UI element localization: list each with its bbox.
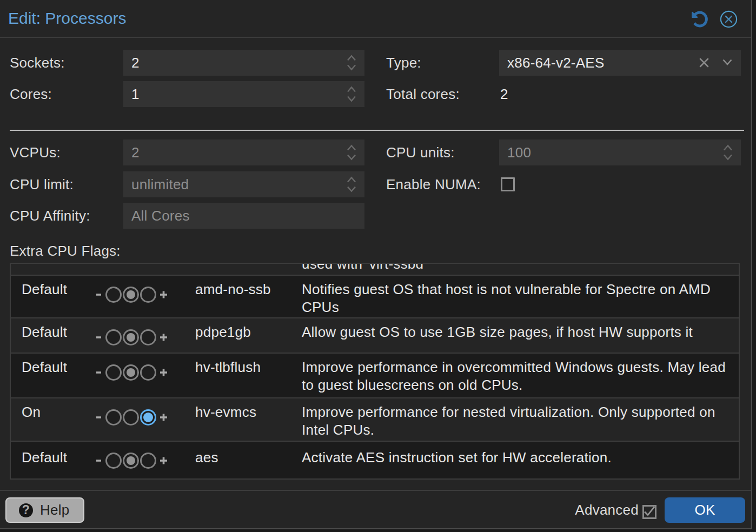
- cpu-units-field[interactable]: 100: [499, 139, 741, 165]
- flag-radio-off[interactable]: [105, 329, 122, 345]
- ok-button[interactable]: OK: [665, 497, 745, 523]
- flag-value: Default: [11, 354, 84, 376]
- dialog-header: Edit: Processors: [0, 0, 751, 38]
- flag-desc-clipped: used with 'virt-ssbd': [293, 264, 739, 273]
- slider-plus-label: [160, 409, 167, 425]
- slider-plus-label: [160, 329, 167, 345]
- flag-value: Default: [11, 442, 84, 467]
- flag-slider: [84, 329, 187, 345]
- slider-plus-label: [160, 453, 167, 469]
- cores-spinner[interactable]: [342, 86, 361, 102]
- flag-slider: [84, 287, 187, 303]
- enable-numa-label: Enable NUMA:: [386, 171, 481, 197]
- cpu-flags-grid: used with 'virt-ssbd' Defaultamd-no-ssbN…: [10, 263, 740, 480]
- vcpus-label: VCPUs:: [10, 139, 61, 165]
- flag-radio-default[interactable]: [123, 287, 139, 303]
- flag-value: On: [11, 398, 84, 421]
- flag-row-amd-no-ssb[interactable]: Defaultamd-no-ssbNotifies guest OS that …: [11, 276, 739, 318]
- cpu-limit-field[interactable]: unlimited: [123, 171, 364, 197]
- enable-numa-checkbox[interactable]: [501, 177, 515, 191]
- sockets-field[interactable]: 2: [123, 50, 364, 76]
- flag-name: pdpe1gb: [187, 318, 293, 341]
- flag-radio-off[interactable]: [105, 453, 122, 469]
- slider-minus-label: [96, 453, 101, 469]
- flag-radio-on[interactable]: [140, 329, 156, 345]
- flag-radio-on[interactable]: [140, 409, 156, 425]
- flag-name: hv-tlbflush: [187, 354, 293, 376]
- flag-value: Default: [11, 318, 84, 341]
- flag-name: amd-no-ssb: [187, 276, 293, 298]
- flag-radio-on[interactable]: [140, 364, 156, 381]
- slider-minus-label: [96, 287, 101, 303]
- flag-radio-off[interactable]: [105, 364, 122, 381]
- dialog-title: Edit: Processors: [8, 9, 126, 28]
- cores-field[interactable]: 1: [123, 81, 364, 107]
- extra-cpu-flags-label: Extra CPU Flags:: [10, 243, 121, 260]
- cpu-units-spinner[interactable]: [718, 144, 738, 161]
- cpu-limit-label: CPU limit:: [10, 171, 74, 197]
- total-cores-value: 2: [500, 81, 508, 107]
- advanced-label: Advanced: [575, 497, 639, 523]
- cpu-limit-spinner[interactable]: [342, 176, 361, 192]
- flag-radio-on[interactable]: [140, 453, 156, 469]
- flag-radio-off[interactable]: [105, 287, 122, 303]
- flag-name: aes: [187, 442, 293, 467]
- slider-minus-label: [96, 364, 101, 381]
- clear-icon[interactable]: [699, 58, 709, 68]
- slider-plus-label: [160, 364, 167, 381]
- advanced-checkbox[interactable]: [642, 505, 656, 519]
- sockets-spinner[interactable]: [342, 55, 361, 71]
- flag-radio-default[interactable]: [123, 409, 139, 425]
- section-separator: [10, 130, 744, 131]
- vcpus-spinner[interactable]: [342, 144, 361, 161]
- flag-description: Notifies guest OS that host is not vulne…: [293, 276, 739, 316]
- help-icon: ?: [19, 503, 33, 517]
- flag-slider: [84, 409, 187, 425]
- help-button-label: Help: [40, 502, 69, 518]
- slider-minus-label: [96, 329, 101, 345]
- flag-row-hv-evmcs[interactable]: Onhv-evmcsImprove performance for nested…: [11, 398, 739, 442]
- flag-value: Default: [11, 276, 84, 298]
- flag-radio-default[interactable]: [123, 329, 139, 345]
- help-button[interactable]: ? Help: [5, 497, 84, 523]
- flag-description: Activate AES instruction set for HW acce…: [293, 442, 739, 467]
- flag-radio-default[interactable]: [123, 453, 139, 469]
- total-cores-label: Total cores:: [386, 81, 460, 107]
- flag-slider: [84, 453, 187, 469]
- cores-label: Cores:: [10, 81, 52, 107]
- type-label: Type:: [386, 50, 421, 76]
- cpu-units-label: CPU units:: [386, 139, 455, 165]
- sockets-label: Sockets:: [10, 50, 65, 76]
- flag-radio-default[interactable]: [123, 364, 139, 381]
- slider-minus-label: [96, 409, 101, 425]
- flag-row-aes[interactable]: DefaultaesActivate AES instruction set f…: [11, 442, 739, 478]
- reset-icon[interactable]: [692, 11, 708, 28]
- vcpus-field[interactable]: 2: [123, 139, 364, 165]
- chevron-down-icon[interactable]: [722, 59, 732, 65]
- flag-description: Improve performance for nested virtualiz…: [293, 398, 739, 439]
- flag-slider: [84, 364, 187, 381]
- flag-row-hv-tlbflush[interactable]: Defaulthv-tlbflushImprove performance in…: [11, 354, 739, 398]
- edit-processors-dialog: Edit: Processors Sockets: 2 Cores: 1: [0, 0, 752, 529]
- close-icon[interactable]: [720, 10, 738, 28]
- type-combo[interactable]: x86-64-v2-AES: [499, 50, 741, 76]
- flag-description: Improve performance in overcommitted Win…: [293, 354, 739, 394]
- slider-plus-label: [160, 287, 167, 303]
- cpu-affinity-field[interactable]: All Cores: [123, 203, 364, 229]
- dialog-footer: ? Help Advanced OK: [0, 490, 751, 528]
- flag-row-pdpe1gb[interactable]: Defaultpdpe1gbAllow guest OS to use 1GB …: [11, 318, 739, 354]
- flag-radio-off[interactable]: [105, 409, 122, 425]
- flag-description: Allow guest OS to use 1GB size pages, if…: [293, 318, 739, 341]
- flag-row-clipped[interactable]: used with 'virt-ssbd': [11, 264, 739, 276]
- flag-radio-on[interactable]: [140, 287, 156, 303]
- flag-name: hv-evmcs: [187, 398, 293, 421]
- cpu-affinity-label: CPU Affinity:: [10, 203, 90, 229]
